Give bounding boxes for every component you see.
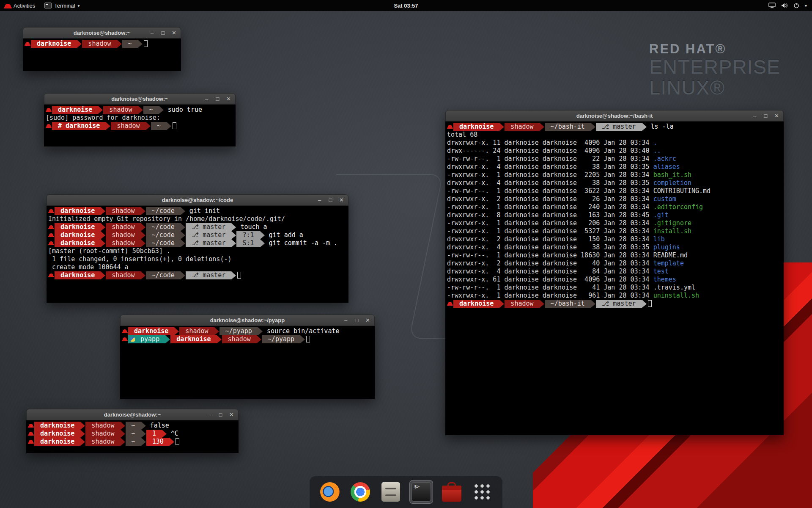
maximize-button[interactable]: □: [218, 412, 223, 417]
files-icon[interactable]: [379, 480, 403, 504]
prompt-segment-path: ~/code: [146, 271, 181, 279]
prompt-segment-git: ⎇ master: [186, 231, 232, 239]
terminal-line: drwxrwxr-x. 11 darknoise darknoise 4096 …: [447, 139, 784, 147]
maximize-button[interactable]: □: [354, 318, 359, 323]
display-icon: [768, 3, 776, 8]
window-titlebar[interactable]: darknoise@shadow:~ – □ ✕: [26, 409, 239, 420]
terminal-text: -rw-rw-r--. 1 darknoise darknoise 18630 …: [447, 251, 653, 259]
close-button[interactable]: ✕: [226, 96, 231, 102]
minimize-button[interactable]: –: [149, 30, 155, 36]
minimize-button[interactable]: –: [207, 412, 212, 417]
prompt-segment-path: ~: [126, 430, 141, 438]
terminal-line: darknoise shadow ~ false: [28, 422, 239, 430]
close-button[interactable]: ✕: [365, 318, 370, 323]
maximize-button[interactable]: □: [328, 197, 333, 203]
terminal-line: -rwxrwxr-x. 1 darknoise darknoise 5327 J…: [447, 227, 784, 235]
terminal-line: [master (root-commit) 50bcb63] .: [48, 247, 348, 255]
terminal-content[interactable]: darknoise shadow ~ false darknoise shado…: [26, 420, 239, 453]
terminal-content[interactable]: darknoise shadow ~/pyapp source bin/acti…: [120, 326, 375, 399]
window-titlebar[interactable]: darknoise@shadow:~ – □ ✕: [44, 93, 236, 105]
terminal-app-icon: [44, 3, 52, 8]
terminal-text: -rwxrwxr-x. 1 darknoise darknoise 961 Ja…: [447, 292, 653, 299]
terminal-content[interactable]: darknoise shadow ~ sudo true[sudo] passw…: [44, 105, 236, 146]
window-titlebar[interactable]: darknoise@shadow:~/pyapp – □ ✕: [120, 315, 375, 326]
terminal-text: 1 file changed, 0 insertions(+), 0 delet…: [48, 255, 231, 263]
brand-red-hat: RED HAT®: [649, 41, 780, 57]
terminal-text: custom: [653, 195, 676, 203]
close-button[interactable]: ✕: [171, 30, 177, 36]
prompt-segment-user: darknoise: [55, 231, 101, 239]
prompt-segment-user: darknoise: [55, 271, 101, 279]
terminal-text: .: [653, 139, 657, 146]
prompt-segment-host: shadow: [222, 335, 257, 343]
prompt-segment-path: ~/bash-it: [545, 300, 591, 308]
chevron-down-icon: ▾: [805, 3, 807, 8]
maximize-button[interactable]: □: [763, 113, 768, 119]
volume-icon: [781, 3, 788, 8]
terminal-line: # darknoise shadow ~: [46, 122, 236, 130]
close-button[interactable]: ✕: [774, 113, 779, 119]
toolbox-icon[interactable]: [440, 480, 464, 504]
activities-button[interactable]: Activities: [0, 0, 40, 11]
window-title: darknoise@shadow:~: [111, 96, 168, 102]
app-grid-icon[interactable]: [470, 480, 494, 504]
top-bar: Activities Terminal ▾ Sat 03:57 ▾: [0, 0, 812, 11]
terminal-cursor: [237, 272, 241, 279]
terminal-icon[interactable]: [409, 480, 433, 504]
terminal-window-bash-it: darknoise@shadow:~/bash-it – □ ✕ darknoi…: [445, 110, 784, 435]
close-button[interactable]: ✕: [229, 412, 234, 417]
prompt-segment-host: shadow: [111, 122, 145, 130]
terminal-line: darknoise shadow ~ 130: [28, 438, 239, 446]
terminal-line: darknoise shadow ~/bash-it ⎇ master: [447, 300, 784, 308]
prompt-segment-path: ~/code: [146, 223, 181, 231]
prompt-segment-path: ~: [126, 422, 141, 430]
terminal-content[interactable]: darknoise shadow ~: [23, 39, 181, 71]
window-titlebar[interactable]: darknoise@shadow:~ – □ ✕: [23, 27, 181, 39]
clock[interactable]: Sat 03:57: [390, 0, 422, 11]
system-status-area[interactable]: ▾: [763, 0, 812, 11]
terminal-content[interactable]: darknoise shadow ~/bash-it ⎇ master ls -…: [445, 121, 784, 435]
minimize-button[interactable]: –: [317, 197, 322, 203]
minimize-button[interactable]: –: [204, 96, 209, 102]
firefox-icon[interactable]: [318, 480, 342, 504]
terminal-line: darknoise shadow ~/code ⎇ master: [48, 271, 348, 279]
redhat-icon: [48, 271, 55, 279]
terminal-logo: [411, 482, 431, 502]
terminal-line: -rw-rw-r--. 1 darknoise darknoise 41 Jan…: [447, 284, 784, 292]
prompt-segment-host: shadow: [82, 40, 117, 48]
prompt-segment-user: darknoise: [55, 207, 101, 215]
prompt-segment-host: shadow: [85, 422, 120, 430]
terminal-content[interactable]: darknoise shadow ~/code git initInitiali…: [47, 206, 348, 303]
window-titlebar[interactable]: darknoise@shadow:~/bash-it – □ ✕: [445, 110, 784, 121]
close-button[interactable]: ✕: [339, 197, 344, 203]
minimize-button[interactable]: –: [752, 113, 757, 119]
maximize-button[interactable]: □: [160, 30, 166, 36]
prompt-segment-git: ⎇ master: [186, 239, 232, 247]
prompt-segment-host: shadow: [505, 123, 539, 131]
maximize-button[interactable]: □: [215, 96, 220, 102]
brand-linux: LINUX®: [649, 77, 780, 98]
terminal-text: .ackrc: [653, 155, 676, 163]
window-title: darknoise@shadow:~/code: [162, 197, 233, 203]
terminal-text: -rwxrwxr-x. 1 darknoise darknoise 240 Ja…: [447, 203, 653, 211]
terminal-window-code: darknoise@shadow:~/code – □ ✕ darknoise …: [47, 194, 348, 303]
window-titlebar[interactable]: darknoise@shadow:~/code – □ ✕: [47, 194, 348, 206]
power-icon: [793, 3, 799, 8]
app-menu[interactable]: Terminal ▾: [40, 0, 84, 11]
minimize-button[interactable]: –: [343, 318, 348, 323]
prompt-segment-path: ~/code: [146, 207, 181, 215]
chrome-icon[interactable]: [348, 480, 372, 504]
terminal-line: darknoise shadow ~/code ⎇ master S:1 git…: [48, 239, 348, 247]
terminal-line: drwxrwxr-x. 4 darknoise darknoise 84 Jan…: [447, 268, 784, 276]
terminal-window-sudo: darknoise@shadow:~ – □ ✕ darknoise shado…: [44, 93, 236, 146]
prompt-segment-path: ~/pyapp: [219, 327, 258, 335]
terminal-text: .travis.yml: [653, 284, 695, 291]
terminal-text: drwx------. 24 darknoise darknoise 4096 …: [447, 147, 653, 155]
redhat-logo-icon: [5, 4, 11, 8]
prompt-segment-host: shadow: [106, 207, 140, 215]
prompt-segment-git2: S:1: [236, 239, 260, 247]
terminal-line: darknoise shadow ~ 1 ^C: [28, 430, 239, 438]
chrome-logo: [351, 482, 370, 502]
terminal-text: template: [653, 260, 684, 267]
prompt-segment-host: shadow: [103, 106, 138, 114]
